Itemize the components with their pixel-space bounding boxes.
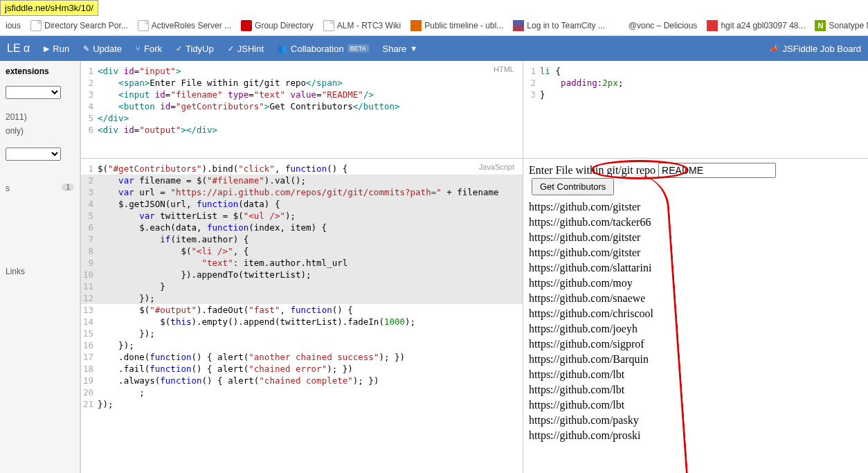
bookmark-item[interactable]: Group Directory [241,20,314,31]
sidebar-select-2[interactable] [6,148,61,161]
fork-button[interactable]: ⑂Fork [136,44,162,54]
result-item: https://github.com/lbt [529,382,862,398]
run-button[interactable]: ▶Run [44,44,69,54]
bookmark-item[interactable]: hgit a24 gbl03097 48... [707,20,805,31]
bookmark-label: Log in to TeamCity ... [527,21,605,30]
bookmark-item[interactable]: NSonatype N [815,20,868,31]
bookmark-item[interactable]: ious [6,21,21,30]
brand: LE α [7,42,30,55]
check-icon: ✓ [176,44,182,53]
result-item: https://github.com/gitster [529,245,862,260]
page-icon [138,20,149,31]
n-icon: N [815,20,826,31]
result-item: https://github.com/pasky [529,413,862,428]
result-item: https://github.com/joeyh [529,321,862,337]
pencil-icon: ✎ [83,44,89,53]
result-item: https://github.com/snaewe [529,291,862,306]
megaphone-icon: 📣 [770,44,779,53]
result-item: https://github.com/Barquin [529,352,862,367]
jsfiddle-toolbar: LE α ▶Run ✎Update ⑂Fork ✓TidyUp ✓JSHint … [0,36,868,61]
update-button[interactable]: ✎Update [83,44,122,54]
bookmark-label: Sonatype N [829,21,868,30]
chevron-down-icon: ▼ [410,44,417,53]
people-icon: 👥 [278,44,287,53]
bookmark-item[interactable]: ALM - RTC3 Wiki [323,20,401,31]
result-item: https://github.com/gitster [529,230,862,245]
bookmark-label: @vonc – Delicious [629,21,698,30]
filename-input[interactable] [658,163,776,178]
sidebar: extensions 2011) only) s1 Links [0,61,80,473]
page-icon [323,20,334,31]
get-contributors-button[interactable]: Get Contributors [532,178,614,195]
page-icon [30,20,42,31]
hg-icon [707,20,718,31]
result-item: https://github.com/chriscool [529,306,862,321]
sidebar-select-1[interactable] [6,86,61,99]
result-list: https://github.com/gitsterhttps://github… [529,199,862,443]
red-icon [241,20,252,31]
bookmark-item[interactable]: @vonc – Delicious [615,20,698,31]
bookmark-label: ActiveRoles Server ... [152,21,231,30]
bookmark-item[interactable]: Directory Search Por... [30,20,128,31]
result-item: https://github.com/lbt [529,398,862,413]
result-item: https://github.com/gitster [529,199,862,215]
tc-icon [513,20,524,31]
bookmark-label: Group Directory [255,21,314,30]
bookmark-label: Public timeline - ubl... [424,21,503,30]
bookmark-label: ious [6,21,21,30]
bookmark-label: hgit a24 gbl03097 48... [721,21,805,30]
panel-label-html: HTML [491,64,517,75]
share-button[interactable]: Share ▼ [383,44,418,54]
result-item: https://github.com/lbt [529,367,862,382]
result-panel: Enter File within git/git repo Get Contr… [523,159,868,473]
result-item: https://github.com/moy [529,276,862,291]
js-panel[interactable]: JavaScript 1$("#getContributors").bind("… [81,159,523,473]
bookmark-label: ALM - RTC3 Wiki [337,21,401,30]
result-prompt: Enter File within git/git repo Get Contr… [529,163,862,195]
sidebar-extensions: extensions [6,66,74,76]
bookmark-item[interactable]: Log in to TeamCity ... [513,20,605,31]
css-panel[interactable]: 1li {2 padding:2px;3} [523,61,868,158]
result-item: https://github.com/proski [529,428,862,443]
play-icon: ▶ [44,44,49,53]
panel-label-js: JavaScript [476,161,517,172]
del-icon [615,20,626,31]
sidebar-item[interactable]: only) [6,124,74,138]
result-item: https://github.com/slattarini [529,260,862,276]
badge: 1 [62,184,74,191]
prompt-text: Enter File within git/git repo [529,164,655,176]
result-item: https://github.com/sigprof [529,337,862,352]
collaboration-button[interactable]: 👥Collaboration BETA [278,44,368,54]
orange-icon [410,20,422,31]
fork-icon: ⑂ [136,44,141,53]
sidebar-links[interactable]: Links [6,265,74,278]
sidebar-item[interactable]: s1 [6,181,74,195]
bookmark-item[interactable]: ActiveRoles Server ... [138,20,231,31]
beta-badge: BETA [347,44,369,53]
check-icon: ✓ [228,44,234,53]
result-item: https://github.com/tacker66 [529,215,862,230]
job-board-link[interactable]: 📣JSFiddle Job Board [770,44,861,54]
bookmark-label: Directory Search Por... [44,21,128,30]
jshint-button[interactable]: ✓JSHint [228,44,264,54]
tidyup-button[interactable]: ✓TidyUp [176,44,214,54]
html-panel[interactable]: HTML 1<div id="input">2 <span>Enter File… [81,61,523,158]
bookmarks-bar: iousDirectory Search Por...ActiveRoles S… [0,16,868,36]
sidebar-item[interactable]: 2011) [6,110,74,124]
url-bar[interactable]: jsfiddle.net/sHm3k/10/ [0,0,98,16]
bookmark-item[interactable]: Public timeline - ubl... [410,20,503,31]
